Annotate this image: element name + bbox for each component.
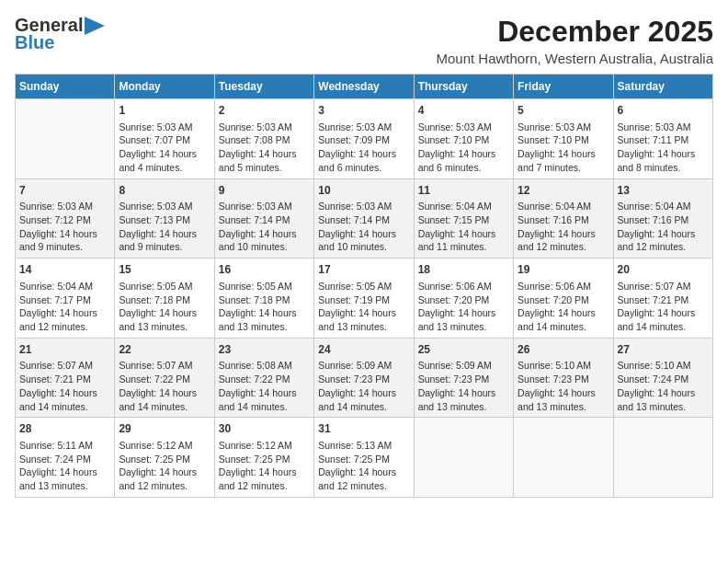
day-info: Sunrise: 5:10 AM Sunset: 7:23 PM Dayligh… — [518, 359, 609, 413]
table-row: 7Sunrise: 5:03 AM Sunset: 7:12 PM Daylig… — [16, 178, 115, 259]
day-number: 26 — [518, 342, 609, 358]
col-wednesday: Wednesday — [314, 75, 414, 99]
day-info: Sunrise: 5:03 AM Sunset: 7:08 PM Dayligh… — [219, 121, 310, 175]
day-number: 8 — [119, 183, 210, 199]
month-title: December 2025 — [436, 15, 713, 49]
day-number: 29 — [119, 421, 210, 437]
col-monday: Monday — [115, 75, 214, 99]
day-info: Sunrise: 5:04 AM Sunset: 7:16 PM Dayligh… — [518, 200, 609, 254]
day-number: 28 — [19, 421, 110, 437]
day-info: Sunrise: 5:07 AM Sunset: 7:21 PM Dayligh… — [19, 359, 110, 413]
location-title: Mount Hawthorn, Western Australia, Austr… — [436, 51, 713, 66]
logo-arrow-icon — [85, 17, 105, 35]
table-row: 13Sunrise: 5:04 AM Sunset: 7:16 PM Dayli… — [613, 178, 712, 259]
day-info: Sunrise: 5:03 AM Sunset: 7:09 PM Dayligh… — [318, 121, 409, 175]
day-number: 10 — [318, 183, 409, 199]
day-number: 21 — [19, 342, 110, 358]
col-thursday: Thursday — [414, 75, 513, 99]
day-number: 31 — [318, 421, 409, 437]
col-saturday: Saturday — [613, 75, 712, 99]
calendar-week-row: 28Sunrise: 5:11 AM Sunset: 7:24 PM Dayli… — [16, 418, 713, 498]
day-number: 19 — [518, 262, 609, 278]
table-row: 11Sunrise: 5:04 AM Sunset: 7:15 PM Dayli… — [414, 178, 513, 259]
table-row: 9Sunrise: 5:03 AM Sunset: 7:14 PM Daylig… — [214, 178, 313, 259]
day-info: Sunrise: 5:04 AM Sunset: 7:15 PM Dayligh… — [418, 200, 509, 254]
day-info: Sunrise: 5:06 AM Sunset: 7:20 PM Dayligh… — [518, 280, 609, 334]
day-info: Sunrise: 5:08 AM Sunset: 7:22 PM Dayligh… — [219, 359, 310, 413]
table-row: 17Sunrise: 5:05 AM Sunset: 7:19 PM Dayli… — [314, 259, 414, 339]
table-row: 20Sunrise: 5:07 AM Sunset: 7:21 PM Dayli… — [613, 259, 712, 339]
title-block: December 2025 Mount Hawthorn, Western Au… — [436, 15, 713, 66]
table-row — [613, 418, 712, 498]
day-info: Sunrise: 5:10 AM Sunset: 7:24 PM Dayligh… — [618, 359, 709, 413]
table-row: 18Sunrise: 5:06 AM Sunset: 7:20 PM Dayli… — [414, 259, 513, 339]
table-row: 14Sunrise: 5:04 AM Sunset: 7:17 PM Dayli… — [16, 259, 115, 339]
calendar-week-row: 7Sunrise: 5:03 AM Sunset: 7:12 PM Daylig… — [16, 178, 713, 259]
day-info: Sunrise: 5:12 AM Sunset: 7:25 PM Dayligh… — [119, 439, 210, 493]
table-row: 4Sunrise: 5:03 AM Sunset: 7:10 PM Daylig… — [414, 99, 513, 179]
day-number: 14 — [19, 262, 110, 278]
day-number: 13 — [618, 183, 709, 199]
day-number: 3 — [318, 103, 409, 119]
logo: General Blue — [15, 15, 105, 53]
day-number: 20 — [618, 262, 709, 278]
day-number: 1 — [119, 103, 210, 119]
day-number: 16 — [219, 262, 310, 278]
day-number: 22 — [119, 342, 210, 358]
table-row — [16, 99, 115, 179]
day-info: Sunrise: 5:05 AM Sunset: 7:18 PM Dayligh… — [119, 280, 210, 334]
svg-marker-0 — [85, 17, 105, 35]
day-info: Sunrise: 5:05 AM Sunset: 7:18 PM Dayligh… — [219, 280, 310, 334]
table-row: 1Sunrise: 5:03 AM Sunset: 7:07 PM Daylig… — [115, 99, 214, 179]
col-tuesday: Tuesday — [214, 75, 313, 99]
day-number: 18 — [418, 262, 509, 278]
day-number: 2 — [219, 103, 310, 119]
table-row: 29Sunrise: 5:12 AM Sunset: 7:25 PM Dayli… — [115, 418, 214, 498]
day-info: Sunrise: 5:04 AM Sunset: 7:16 PM Dayligh… — [618, 200, 709, 254]
day-info: Sunrise: 5:11 AM Sunset: 7:24 PM Dayligh… — [19, 439, 110, 493]
col-friday: Friday — [514, 75, 613, 99]
table-row: 25Sunrise: 5:09 AM Sunset: 7:23 PM Dayli… — [414, 338, 513, 418]
col-sunday: Sunday — [16, 75, 115, 99]
table-row: 26Sunrise: 5:10 AM Sunset: 7:23 PM Dayli… — [514, 338, 613, 418]
day-info: Sunrise: 5:03 AM Sunset: 7:14 PM Dayligh… — [219, 200, 310, 254]
day-info: Sunrise: 5:03 AM Sunset: 7:07 PM Dayligh… — [119, 121, 210, 175]
day-info: Sunrise: 5:03 AM Sunset: 7:12 PM Dayligh… — [19, 200, 110, 254]
day-number: 24 — [318, 342, 409, 358]
day-info: Sunrise: 5:03 AM Sunset: 7:11 PM Dayligh… — [618, 121, 709, 175]
table-row: 10Sunrise: 5:03 AM Sunset: 7:14 PM Dayli… — [314, 178, 414, 259]
table-row: 6Sunrise: 5:03 AM Sunset: 7:11 PM Daylig… — [613, 99, 712, 179]
day-info: Sunrise: 5:03 AM Sunset: 7:14 PM Dayligh… — [318, 200, 409, 254]
table-row: 5Sunrise: 5:03 AM Sunset: 7:10 PM Daylig… — [514, 99, 613, 179]
day-info: Sunrise: 5:07 AM Sunset: 7:21 PM Dayligh… — [618, 280, 709, 334]
day-info: Sunrise: 5:13 AM Sunset: 7:25 PM Dayligh… — [318, 439, 409, 493]
day-number: 12 — [518, 183, 609, 199]
day-info: Sunrise: 5:03 AM Sunset: 7:10 PM Dayligh… — [418, 121, 509, 175]
table-row — [514, 418, 613, 498]
day-number: 9 — [219, 183, 310, 199]
day-info: Sunrise: 5:04 AM Sunset: 7:17 PM Dayligh… — [19, 280, 110, 334]
day-number: 7 — [19, 183, 110, 199]
day-number: 17 — [318, 262, 409, 278]
day-number: 25 — [418, 342, 509, 358]
table-row: 27Sunrise: 5:10 AM Sunset: 7:24 PM Dayli… — [613, 338, 712, 418]
day-info: Sunrise: 5:07 AM Sunset: 7:22 PM Dayligh… — [119, 359, 210, 413]
table-row: 28Sunrise: 5:11 AM Sunset: 7:24 PM Dayli… — [16, 418, 115, 498]
table-row: 8Sunrise: 5:03 AM Sunset: 7:13 PM Daylig… — [115, 178, 214, 259]
day-info: Sunrise: 5:06 AM Sunset: 7:20 PM Dayligh… — [418, 280, 509, 334]
day-number: 15 — [119, 262, 210, 278]
calendar-header-row: Sunday Monday Tuesday Wednesday Thursday… — [16, 75, 713, 99]
day-number: 27 — [618, 342, 709, 358]
day-number: 11 — [418, 183, 509, 199]
table-row: 16Sunrise: 5:05 AM Sunset: 7:18 PM Dayli… — [214, 259, 313, 339]
calendar-table: Sunday Monday Tuesday Wednesday Thursday… — [15, 74, 713, 498]
table-row: 31Sunrise: 5:13 AM Sunset: 7:25 PM Dayli… — [314, 418, 414, 498]
table-row: 22Sunrise: 5:07 AM Sunset: 7:22 PM Dayli… — [115, 338, 214, 418]
day-info: Sunrise: 5:03 AM Sunset: 7:13 PM Dayligh… — [119, 200, 210, 254]
table-row: 30Sunrise: 5:12 AM Sunset: 7:25 PM Dayli… — [214, 418, 313, 498]
table-row: 21Sunrise: 5:07 AM Sunset: 7:21 PM Dayli… — [16, 338, 115, 418]
day-number: 5 — [518, 103, 609, 119]
table-row: 19Sunrise: 5:06 AM Sunset: 7:20 PM Dayli… — [514, 259, 613, 339]
calendar-week-row: 21Sunrise: 5:07 AM Sunset: 7:21 PM Dayli… — [16, 338, 713, 418]
day-info: Sunrise: 5:03 AM Sunset: 7:10 PM Dayligh… — [518, 121, 609, 175]
